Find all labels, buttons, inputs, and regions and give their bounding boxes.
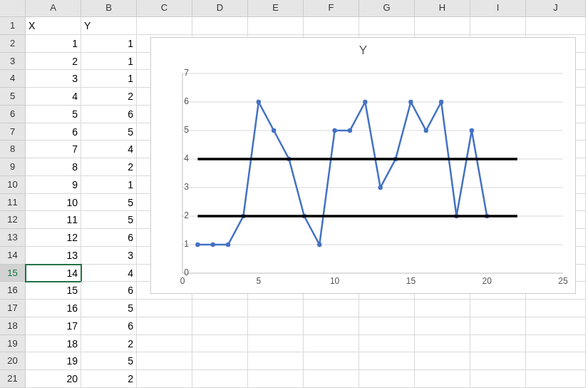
cell-A19[interactable]: 18 <box>26 335 81 353</box>
cell-H21[interactable] <box>415 370 470 388</box>
column-header-D[interactable]: D <box>192 0 248 17</box>
row-header-10[interactable]: 10 <box>0 176 26 194</box>
cell-A3[interactable]: 2 <box>26 53 81 71</box>
cell-B4[interactable]: 1 <box>81 70 137 88</box>
cell-C1[interactable] <box>137 17 192 35</box>
cell-B18[interactable]: 6 <box>81 317 137 335</box>
cell-C17[interactable] <box>137 300 192 317</box>
cell-B17[interactable]: 5 <box>81 300 137 317</box>
row-header-3[interactable]: 3 <box>0 53 26 71</box>
cell-A5[interactable]: 4 <box>26 88 81 106</box>
column-header-C[interactable]: C <box>137 0 192 17</box>
cell-D18[interactable] <box>192 317 248 335</box>
column-header-B[interactable]: B <box>81 0 137 17</box>
row-header-1[interactable]: 1 <box>0 17 26 35</box>
cell-B5[interactable]: 2 <box>81 88 137 106</box>
cell-B7[interactable]: 5 <box>81 123 137 141</box>
cell-D19[interactable] <box>192 335 248 353</box>
cell-H1[interactable] <box>415 17 470 35</box>
cell-B11[interactable]: 5 <box>81 194 137 212</box>
cell-D1[interactable] <box>192 17 248 35</box>
cell-I18[interactable] <box>470 317 526 335</box>
cell-A6[interactable]: 5 <box>26 106 81 123</box>
cell-A15[interactable]: 14 <box>26 265 81 282</box>
row-header-2[interactable]: 2 <box>0 35 26 53</box>
cell-B15[interactable]: 4 <box>81 265 137 282</box>
row-header-14[interactable]: 14 <box>0 247 26 265</box>
cell-D17[interactable] <box>192 300 248 317</box>
cell-A1[interactable]: X <box>26 17 81 35</box>
cell-H19[interactable] <box>415 335 470 353</box>
cell-E17[interactable] <box>248 300 304 317</box>
row-header-5[interactable]: 5 <box>0 88 26 106</box>
cell-B2[interactable]: 1 <box>81 35 137 53</box>
cell-F1[interactable] <box>304 17 359 35</box>
cell-A7[interactable]: 6 <box>26 123 81 141</box>
cell-A12[interactable]: 11 <box>26 211 81 229</box>
cell-B3[interactable]: 1 <box>81 53 137 71</box>
cell-A18[interactable]: 17 <box>26 317 81 335</box>
row-header-8[interactable]: 8 <box>0 141 26 158</box>
cell-E19[interactable] <box>248 335 304 353</box>
cell-B19[interactable]: 2 <box>81 335 137 353</box>
cell-H18[interactable] <box>415 317 470 335</box>
column-header-G[interactable]: G <box>359 0 415 17</box>
cell-I1[interactable] <box>470 17 526 35</box>
column-header-I[interactable]: I <box>470 0 526 17</box>
cell-G17[interactable] <box>359 300 415 317</box>
cell-A10[interactable]: 9 <box>26 176 81 194</box>
cell-B10[interactable]: 1 <box>81 176 137 194</box>
cell-A21[interactable]: 20 <box>26 370 81 388</box>
cell-D20[interactable] <box>192 352 248 370</box>
cell-H20[interactable] <box>415 352 470 370</box>
cell-F19[interactable] <box>304 335 359 353</box>
row-header-18[interactable]: 18 <box>0 317 26 335</box>
cell-I17[interactable] <box>470 300 526 317</box>
row-header-16[interactable]: 16 <box>0 282 26 300</box>
row-header-12[interactable]: 12 <box>0 211 26 229</box>
row-header-6[interactable]: 6 <box>0 106 26 123</box>
chart-title[interactable]: Y <box>151 38 575 62</box>
row-header-21[interactable]: 21 <box>0 370 26 388</box>
embedded-chart[interactable]: Y 012345670510152025 <box>150 37 576 294</box>
cell-E21[interactable] <box>248 370 304 388</box>
cell-A4[interactable]: 3 <box>26 70 81 88</box>
cell-A9[interactable]: 8 <box>26 158 81 176</box>
cell-J1[interactable] <box>526 17 586 35</box>
cell-G20[interactable] <box>359 352 415 370</box>
cell-G19[interactable] <box>359 335 415 353</box>
cell-F17[interactable] <box>304 300 359 317</box>
cell-B21[interactable]: 2 <box>81 370 137 388</box>
cell-E18[interactable] <box>248 317 304 335</box>
cell-G18[interactable] <box>359 317 415 335</box>
row-header-4[interactable]: 4 <box>0 70 26 88</box>
cell-A20[interactable]: 19 <box>26 352 81 370</box>
select-all-corner[interactable] <box>0 0 26 17</box>
cell-B1[interactable]: Y <box>81 17 137 35</box>
row-header-13[interactable]: 13 <box>0 229 26 247</box>
row-header-17[interactable]: 17 <box>0 300 26 317</box>
cell-A13[interactable]: 12 <box>26 229 81 247</box>
cell-C20[interactable] <box>137 352 192 370</box>
cell-C18[interactable] <box>137 317 192 335</box>
cell-B9[interactable]: 2 <box>81 158 137 176</box>
cell-I21[interactable] <box>470 370 526 388</box>
cell-B6[interactable]: 6 <box>81 106 137 123</box>
cell-G1[interactable] <box>359 17 415 35</box>
cell-A11[interactable]: 10 <box>26 194 81 212</box>
cell-J20[interactable] <box>526 352 586 370</box>
cell-A16[interactable]: 15 <box>26 282 81 300</box>
column-header-H[interactable]: H <box>415 0 470 17</box>
cell-B8[interactable]: 4 <box>81 141 137 158</box>
row-header-20[interactable]: 20 <box>0 352 26 370</box>
cell-A17[interactable]: 16 <box>26 300 81 317</box>
column-header-J[interactable]: J <box>526 0 586 17</box>
cell-H17[interactable] <box>415 300 470 317</box>
cell-J19[interactable] <box>526 335 586 353</box>
cell-B13[interactable]: 6 <box>81 229 137 247</box>
cell-G21[interactable] <box>359 370 415 388</box>
row-header-7[interactable]: 7 <box>0 123 26 141</box>
cell-B12[interactable]: 5 <box>81 211 137 229</box>
row-header-15[interactable]: 15 <box>0 265 26 282</box>
cell-I19[interactable] <box>470 335 526 353</box>
